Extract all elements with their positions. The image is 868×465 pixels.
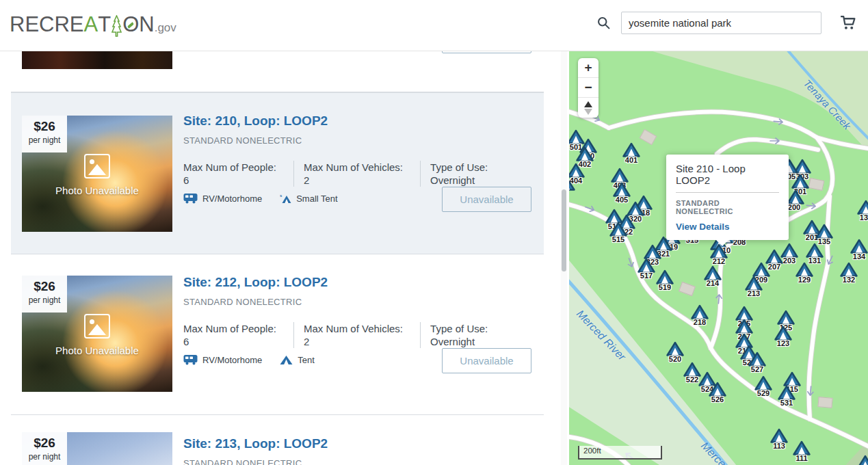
marker-label: 129 [798,276,811,284]
attr-max-vehicles: Max Num of Vehicles: 2 [293,322,420,348]
tent-icon [666,341,684,356]
tent-icon [754,375,772,390]
campsite-marker[interactable]: 115 [783,371,801,386]
campsite-card-212[interactable]: Photo Unavailable $26 per night Site: 21… [11,254,544,415]
campsite-marker[interactable]: 123 [774,326,792,341]
recreation-gov-logo[interactable]: RECREATON .gov [10,12,176,37]
campsite-marker[interactable]: 526 [709,382,726,397]
campsite-marker[interactable]: 132 [840,262,858,277]
photo-unavailable-text: Photo Unavailable [22,185,172,196]
building [817,397,832,408]
logo-text: RECRE [10,12,84,37]
search-results-list: Unavailable Photo Unavailable $26 per ni… [0,51,555,465]
unavailable-button[interactable]: Unavailable [442,51,531,53]
popup-title: Site 210 - Loop LOOP2 [676,163,779,193]
tent-icon [840,262,858,277]
tent-icon [656,269,674,284]
list-scrollbar-thumb[interactable] [562,189,566,271]
campsite-marker[interactable]: 401 [622,142,640,157]
search-icon[interactable] [596,16,611,30]
campsite-marker[interactable]: 323 [644,244,661,259]
campsite-marker[interactable]: 131 [806,243,824,258]
campsite-marker[interactable]: 403 [611,168,629,183]
road-direction-arrow-icon [804,385,814,398]
logo-letter-a: A [84,12,98,37]
view-details-link[interactable]: View Details [676,222,779,232]
amenity-label: RV/Motorhome [202,194,262,204]
marker-label: 133 [860,213,868,222]
logo-letter-t: T [98,12,111,37]
campsite-card-213[interactable]: $26 per night Site: 213, Loop: LOOP2 STA… [11,416,544,465]
marker-label: 212 [713,257,725,265]
campsite-photo: $26 per night [22,432,172,465]
campsite-marker[interactable]: 133 [857,200,868,215]
site-amenities: RV/Motorhome Tent [183,354,332,365]
marker-label: 526 [711,395,724,403]
campsite-marker[interactable]: 214 [704,265,722,280]
attr-max-vehicles: Max Num of Vehicles: 2 [293,161,420,187]
map-site-popup: Site 210 - Loop LOOP2 STANDARD NONELECTR… [666,155,789,240]
tent-icon [622,142,640,157]
marker-label: 132 [843,276,855,284]
campsite-marker[interactable]: 129 [795,262,813,277]
campsite-marker[interactable]: 520 [666,341,684,356]
triangle-up-icon [584,101,592,107]
attr-max-people: Max Num of People: 6 [183,322,293,348]
tent-icon [613,182,631,197]
site-title-link[interactable]: Site: 210, Loop: LOOP2 [183,114,328,129]
campsite-photo [22,51,172,69]
photo-unavailable-icon [84,314,110,338]
campsite-marker[interactable] [856,455,868,465]
campsite-marker[interactable]: 200 [787,189,804,204]
campsite-marker[interactable]: 125 [777,310,795,325]
small-tent-icon: s [280,194,291,204]
campsite-marker[interactable]: 519 [656,269,674,284]
price: $26 [25,119,64,134]
site-title-link[interactable]: Site: 213, Loop: LOOP2 [183,436,328,451]
marker-label: 123 [777,339,789,347]
campsite-marker[interactable]: 134 [850,239,868,254]
campsite-marker[interactable]: 111 [793,440,811,455]
tent-icon [815,224,833,239]
campsite-marker[interactable]: 527 [748,351,766,367]
campsite-marker[interactable]: 531 [778,385,795,400]
campsite-marker[interactable]: 209 [752,262,770,277]
unavailable-button[interactable]: Unavailable [442,187,531,212]
campsite-marker[interactable]: 402 [576,146,594,161]
price-unit: per night [25,295,64,305]
marker-label: 401 [625,156,637,164]
zoom-out-button[interactable]: − [578,78,599,98]
road-direction-arrow-icon [772,118,785,128]
compass-pitch-button[interactable] [578,98,599,118]
site-attributes: Max Num of People: 6 Max Num of Vehicles… [183,322,544,348]
campsite-marker[interactable]: 405 [613,182,631,197]
campground-map[interactable]: + − Site 210 - Loop LOOP2 STANDARD NONEL… [569,51,868,465]
campsite-marker[interactable]: 217 [735,319,753,334]
triangle-down-icon [584,109,592,115]
campsite-card-210[interactable]: Photo Unavailable $26 per night Site: 21… [11,92,544,254]
site-attributes: Max Num of People: 6 Max Num of Vehicles… [183,161,544,187]
amenity-label: RV/Motorhome [202,355,262,365]
marker-label: 520 [669,355,681,363]
zoom-in-button[interactable]: + [578,58,599,78]
tent-icon [735,319,753,334]
tent-icon [609,222,627,237]
campsite-marker[interactable]: 213 [745,276,763,291]
search-input[interactable] [621,12,821,34]
site-title-link[interactable]: Site: 212, Loop: LOOP2 [183,275,328,290]
campsite-marker[interactable] [569,176,575,191]
campsite-marker[interactable]: 135 [815,224,833,239]
campsite-marker[interactable]: 218 [691,304,709,319]
shopping-cart-icon[interactable] [839,14,856,31]
tent-icon [777,310,795,325]
road-direction-arrow-icon [769,138,781,146]
tent-icon [569,176,575,191]
unavailable-button[interactable]: Unavailable [442,348,531,373]
campsite-marker[interactable]: 517 [637,258,655,273]
campsite-marker[interactable]: 529 [754,375,772,390]
tent-icon [576,146,594,161]
marker-label: 213 [748,289,760,297]
marker-label: 517 [640,271,653,280]
campsite-marker[interactable]: 515 [609,222,627,237]
campsite-marker[interactable]: 113 [770,428,788,443]
